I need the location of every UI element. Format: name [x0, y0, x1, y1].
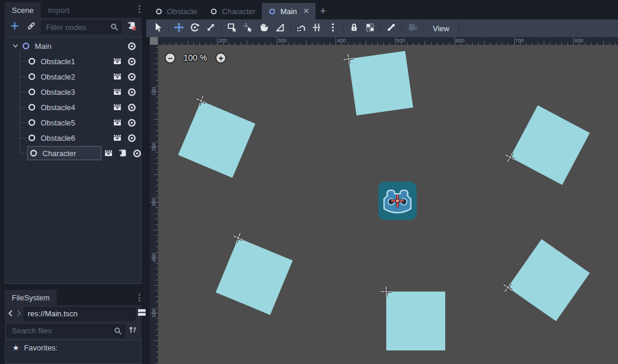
filesystem-tabbar: FileSystem: [0, 289, 146, 305]
tree-node-Obstacle4[interactable]: Obstacle4: [5, 100, 141, 115]
group-icon: [365, 22, 375, 35]
tree-node-Obstacle5[interactable]: Obstacle5: [5, 115, 141, 130]
visibility-eye-icon[interactable]: [124, 133, 139, 143]
tab-scene[interactable]: Scene: [5, 2, 41, 18]
camera-preview-button[interactable]: [405, 21, 420, 36]
visibility-eye-icon[interactable]: [130, 148, 142, 158]
smart-snap-button[interactable]: [293, 21, 309, 36]
filesystem-menu-icon[interactable]: [139, 294, 140, 302]
scene-tab-character[interactable]: Character: [203, 3, 262, 19]
instanced-scene-icon[interactable]: [110, 57, 124, 67]
node-name: Obstacle5: [41, 118, 75, 127]
split-mode-icon: [137, 307, 147, 320]
ruler-mode-button[interactable]: [272, 21, 288, 36]
list-select-button[interactable]: [224, 21, 240, 36]
group-object-button[interactable]: [362, 21, 378, 36]
move-mode-button[interactable]: [171, 21, 187, 36]
close-tab-icon[interactable]: ×: [304, 6, 309, 16]
scene-tab-main[interactable]: Main×: [262, 3, 315, 19]
horizontal-ruler[interactable]: 200300400500600700800: [158, 37, 618, 45]
vertical-ruler[interactable]: 100200300400500: [150, 45, 158, 364]
obstacle-square[interactable]: [178, 101, 255, 178]
camera-icon: [407, 22, 418, 35]
visibility-eye-icon[interactable]: [124, 41, 139, 51]
dock-menu-icon[interactable]: [139, 5, 140, 13]
instanced-scene-icon[interactable]: [110, 87, 124, 97]
pan-mode-button[interactable]: [256, 21, 272, 36]
obstacle-square[interactable]: [349, 51, 413, 116]
dock-splitter[interactable]: [0, 284, 146, 289]
node-rename-box[interactable]: Character: [27, 146, 101, 160]
zoom-out-button[interactable]: −: [165, 52, 176, 64]
filesystem-panel: ★ Favorites:: [5, 305, 142, 364]
tab-import[interactable]: Import: [41, 2, 77, 18]
obstacle-square[interactable]: [508, 239, 590, 321]
star-icon: ★: [12, 343, 19, 352]
node-name: Obstacle4: [41, 103, 75, 112]
grid-snap-button[interactable]: [309, 21, 325, 36]
main-area: ObstacleCharacterMain× +: [146, 0, 618, 364]
zoom-level-label[interactable]: 100 %: [177, 53, 213, 62]
filesystem-search: [5, 322, 142, 339]
detach-script-icon: [127, 21, 137, 34]
lock-icon: [349, 22, 359, 35]
scale-mode-button[interactable]: [203, 21, 219, 36]
snap-options-button[interactable]: [325, 21, 341, 36]
node-type-icon: [29, 148, 38, 158]
tree-branch-line: [19, 123, 28, 123]
node-type-icon: [27, 133, 37, 143]
select-mode-button[interactable]: [150, 21, 166, 36]
tree-node-Obstacle1[interactable]: Obstacle1: [5, 54, 141, 69]
instanced-scene-icon[interactable]: [110, 102, 124, 112]
node-buttons: [124, 41, 141, 51]
tree-node-Obstacle6[interactable]: Obstacle6: [5, 130, 141, 145]
tree-branch-line: [19, 92, 28, 92]
history-forward-button[interactable]: [15, 308, 22, 320]
current-path-field[interactable]: [24, 307, 136, 320]
grid-snap-icon: [312, 22, 322, 35]
instanced-scene-icon[interactable]: [110, 72, 124, 82]
node-type-icon: [268, 8, 276, 15]
instanced-scene-icon[interactable]: [101, 148, 116, 158]
tree-node-Obstacle3[interactable]: Obstacle3: [5, 84, 141, 100]
canvas-2d[interactable]: − 100 % +: [158, 45, 618, 364]
toggle-split-mode-button[interactable]: [137, 307, 147, 320]
tree-node-Character[interactable]: Character: [5, 145, 141, 161]
lock-object-button[interactable]: [346, 21, 362, 36]
skeleton-options-button[interactable]: [383, 21, 399, 36]
node-name: Obstacle2: [41, 72, 75, 81]
node-buttons: [110, 87, 141, 97]
script-icon[interactable]: [116, 148, 130, 158]
instanced-scene-icon[interactable]: [110, 133, 124, 143]
tree-node-Obstacle2[interactable]: Obstacle2: [5, 69, 141, 84]
scene-tab-obstacle[interactable]: Obstacle: [149, 3, 203, 19]
instance-scene-button[interactable]: [25, 21, 38, 34]
zoom-in-button[interactable]: +: [215, 52, 226, 64]
new-scene-tab-button[interactable]: +: [315, 3, 331, 19]
instanced-scene-icon[interactable]: [110, 118, 124, 128]
link-icon: [27, 21, 36, 33]
detach-script-button[interactable]: [125, 21, 138, 34]
obstacle-square[interactable]: [510, 105, 590, 185]
search-files-input[interactable]: [7, 325, 125, 337]
visibility-eye-icon[interactable]: [124, 118, 139, 128]
tree-node-Main[interactable]: Main: [5, 38, 141, 54]
visibility-eye-icon[interactable]: [124, 102, 139, 112]
obstacle-square[interactable]: [386, 292, 445, 350]
node-type-icon: [155, 8, 163, 15]
favorites-row[interactable]: ★ Favorites:: [12, 343, 141, 352]
obstacle-square[interactable]: [216, 238, 293, 315]
tab-filesystem[interactable]: FileSystem: [5, 290, 57, 305]
add-node-button[interactable]: [8, 21, 21, 34]
sort-files-button[interactable]: [126, 325, 139, 337]
view-menu-button[interactable]: View: [426, 21, 456, 36]
visibility-eye-icon[interactable]: [124, 87, 139, 97]
visibility-eye-icon[interactable]: [124, 57, 139, 67]
scene-tab-strip: ObstacleCharacterMain× +: [146, 0, 618, 19]
rotate-mode-button[interactable]: [187, 21, 203, 36]
expand-arrow-icon[interactable]: [11, 42, 21, 50]
tree-branch-line: [19, 138, 28, 138]
history-back-button[interactable]: [7, 308, 14, 320]
visibility-eye-icon[interactable]: [124, 72, 139, 82]
pixel-snap-select-button[interactable]: [240, 21, 256, 36]
